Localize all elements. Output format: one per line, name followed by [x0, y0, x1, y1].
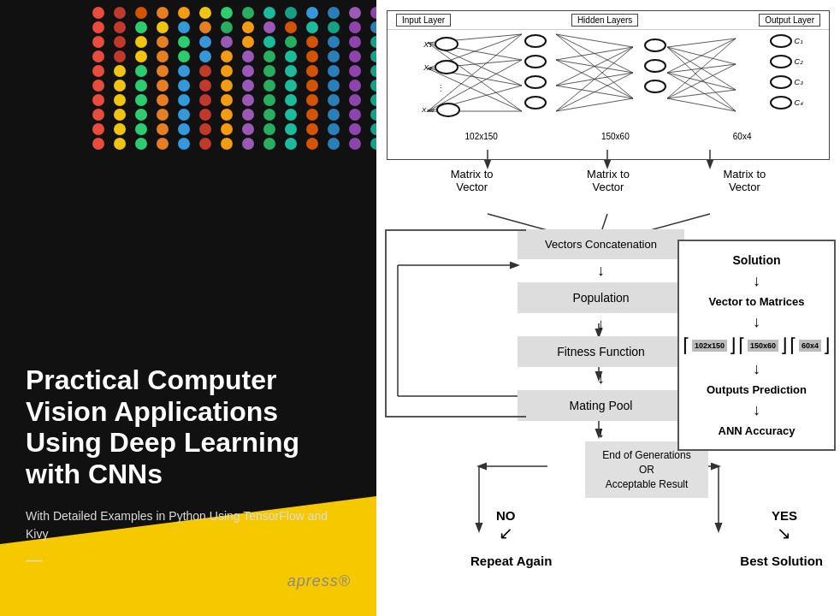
- dot: [92, 7, 104, 19]
- dot: [221, 21, 233, 33]
- dot: [221, 36, 233, 48]
- dot: [157, 36, 169, 48]
- nn-hidden2-node-3: [644, 80, 666, 93]
- dot: [370, 138, 376, 150]
- dot: [199, 21, 211, 33]
- dot: [157, 109, 169, 121]
- best-solution-label: Best Solution: [740, 554, 823, 568]
- solution-matrices: ⌈ 102x150 ⌋ ⌈ 150x60 ⌋ ⌈ 60x4 ⌋: [686, 333, 827, 358]
- dot: [242, 80, 254, 92]
- dot: [263, 21, 275, 33]
- dot: [199, 138, 211, 150]
- dot: [349, 7, 361, 19]
- dot: [114, 21, 126, 33]
- dot: [285, 94, 297, 106]
- dot: [370, 21, 376, 33]
- dot: [242, 50, 254, 62]
- dot: [221, 123, 233, 135]
- dot: [199, 7, 211, 19]
- sol-dim-3: 60x4: [799, 340, 821, 352]
- dot: [263, 50, 275, 62]
- book-cover: Practical Computer Vision Applications U…: [0, 0, 376, 616]
- diagram-panel: Input Layer Hidden Layers Output Layer X…: [376, 0, 840, 616]
- input-layer-label: Input Layer: [396, 14, 451, 27]
- dot: [221, 50, 233, 62]
- dot: [349, 36, 361, 48]
- dot: [263, 36, 275, 48]
- neural-network-diagram: Input Layer Hidden Layers Output Layer X…: [387, 10, 830, 160]
- nn-output-node-1: [770, 34, 792, 48]
- sol-dim-2: 150x60: [748, 340, 778, 352]
- outputs-prediction-label: Outputs Prediction: [686, 380, 827, 400]
- dot: [349, 94, 361, 106]
- dot: [263, 123, 275, 135]
- population-box: Population: [518, 282, 684, 313]
- solution-box: Solution ↓ Vector to Matrices ↓ ⌈ 102x15…: [677, 240, 836, 451]
- dot: [349, 138, 361, 150]
- dot: [221, 65, 233, 77]
- dot: [114, 80, 126, 92]
- dot: [157, 50, 169, 62]
- dot: [92, 138, 104, 150]
- nn-hidden1-node-3: [524, 75, 547, 89]
- dot: [306, 123, 318, 135]
- dot: [370, 94, 376, 106]
- dot: [285, 36, 297, 48]
- dot: [285, 123, 297, 135]
- dot: [199, 123, 211, 135]
- dot: [157, 7, 169, 19]
- dot: [135, 50, 147, 62]
- dot: [114, 50, 126, 62]
- dot: [178, 50, 190, 62]
- dot: [328, 36, 340, 48]
- arrow-3: ↓: [518, 367, 684, 390]
- dot: [328, 21, 340, 33]
- hidden-layers-label: Hidden Layers: [571, 14, 638, 27]
- dots-decoration: [86, 0, 376, 240]
- dot: [242, 36, 254, 48]
- dot: [306, 21, 318, 33]
- dot: [349, 123, 361, 135]
- dot: [157, 21, 169, 33]
- dot: [178, 80, 190, 92]
- dot: [114, 94, 126, 106]
- dot: [157, 138, 169, 150]
- sol-dim-1: 102x150: [692, 340, 727, 352]
- mtv-label-2: Matrix toVector: [565, 168, 651, 193]
- dot: [92, 94, 104, 106]
- dot: [92, 65, 104, 77]
- dot: [178, 65, 190, 77]
- dot: [349, 65, 361, 77]
- ann-accuracy-label: ANN Accuracy: [686, 421, 827, 441]
- dot: [199, 50, 211, 62]
- dot: [114, 109, 126, 121]
- dot: [92, 36, 104, 48]
- dot: [306, 80, 318, 92]
- nn-input-node-3: [436, 103, 460, 117]
- no-label: NO: [496, 508, 516, 523]
- dot: [370, 80, 376, 92]
- fitness-box: Fitness Function: [518, 336, 684, 367]
- dot: [328, 109, 340, 121]
- center-flow: Vectors Concatenation ↓ Population ↓ Fit…: [518, 229, 684, 444]
- dim-label-3: 60x4: [733, 132, 752, 141]
- book-dash: —: [26, 550, 351, 570]
- dot: [242, 7, 254, 19]
- nn-output-node-4: [770, 96, 792, 110]
- dot: [135, 138, 147, 150]
- dot: [135, 65, 147, 77]
- book-text-area: Practical Computer Vision Applications U…: [0, 364, 376, 590]
- dot: [135, 123, 147, 135]
- dot: [242, 21, 254, 33]
- arrow-2: ↓: [518, 313, 684, 336]
- dot: [285, 50, 297, 62]
- dot: [285, 138, 297, 150]
- dot: [114, 7, 126, 19]
- dot: [92, 50, 104, 62]
- dot: [370, 109, 376, 121]
- book-title: Practical Computer Vision Applications U…: [26, 364, 351, 490]
- dot: [242, 123, 254, 135]
- arrow-4: ↓: [518, 421, 684, 444]
- dot: [157, 123, 169, 135]
- dot: [199, 80, 211, 92]
